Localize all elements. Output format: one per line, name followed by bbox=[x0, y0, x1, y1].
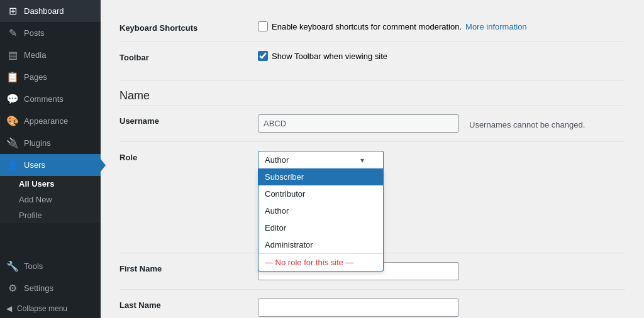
username-control: Usernames cannot be changed. bbox=[258, 114, 625, 133]
collapse-menu-button[interactable]: ◀ Collapse menu bbox=[0, 299, 101, 318]
toolbar-checkbox-label: Show Toolbar when viewing site bbox=[272, 52, 387, 61]
more-info-link[interactable]: More information bbox=[465, 22, 527, 31]
role-select-display[interactable]: Author ▾ bbox=[258, 151, 384, 168]
comments-icon: 💬 bbox=[6, 93, 19, 105]
last-name-row: Last Name bbox=[119, 289, 625, 318]
role-current-value: Author bbox=[265, 155, 289, 165]
users-icon: 👤 bbox=[6, 159, 19, 171]
sidebar-item-label: Dashboard bbox=[24, 6, 64, 16]
users-active-arrow bbox=[101, 159, 106, 172]
sidebar-item-label: Tools bbox=[24, 261, 43, 271]
dashboard-icon: ⊞ bbox=[6, 5, 19, 17]
name-section-heading: Name bbox=[119, 80, 625, 102]
sidebar-item-appearance[interactable]: 🎨 Appearance bbox=[0, 110, 101, 132]
users-submenu: All Users Add New Profile bbox=[0, 176, 101, 223]
sidebar-item-label: Media bbox=[24, 50, 46, 60]
keyboard-shortcuts-row: Keyboard Shortcuts Enable keyboard short… bbox=[119, 13, 625, 41]
chevron-down-icon: ▾ bbox=[360, 156, 364, 165]
keyboard-shortcuts-checkbox[interactable] bbox=[258, 21, 268, 31]
main-content: Keyboard Shortcuts Enable keyboard short… bbox=[101, 0, 644, 318]
last-name-label: Last Name bbox=[119, 299, 258, 310]
submenu-add-new[interactable]: Add New bbox=[0, 192, 101, 207]
sidebar: ⊞ Dashboard ✎ Posts ▤ Media 📋 Pages 💬 Co… bbox=[0, 0, 101, 318]
plugins-icon: 🔌 bbox=[6, 137, 19, 149]
sidebar-item-label: Appearance bbox=[24, 116, 68, 126]
sidebar-item-posts[interactable]: ✎ Posts bbox=[0, 22, 101, 44]
role-option-editor[interactable]: Editor bbox=[258, 219, 383, 236]
first-name-label: First Name bbox=[119, 262, 258, 273]
settings-icon: ⚙ bbox=[6, 282, 19, 294]
sidebar-item-pages[interactable]: 📋 Pages bbox=[0, 66, 101, 88]
collapse-icon: ◀ bbox=[6, 304, 12, 313]
sidebar-item-dashboard[interactable]: ⊞ Dashboard bbox=[0, 0, 101, 22]
role-option-author[interactable]: Author bbox=[258, 202, 383, 219]
sidebar-item-tools[interactable]: 🔧 Tools bbox=[0, 255, 101, 277]
sidebar-item-comments[interactable]: 💬 Comments bbox=[0, 88, 101, 110]
role-dropdown: Subscriber Contributor Author Editor Adm… bbox=[258, 168, 384, 271]
last-name-control bbox=[258, 299, 625, 317]
toolbar-control: Show Toolbar when viewing site bbox=[258, 51, 625, 61]
username-hint: Usernames cannot be changed. bbox=[469, 118, 585, 129]
role-label: Role bbox=[119, 151, 258, 162]
keyboard-shortcuts-checkbox-label: Enable keyboard shortcuts for comment mo… bbox=[272, 22, 462, 31]
keyboard-shortcuts-control: Enable keyboard shortcuts for comment mo… bbox=[258, 21, 625, 31]
sidebar-item-label: Plugins bbox=[24, 138, 51, 148]
role-option-administrator[interactable]: Administrator bbox=[258, 236, 383, 253]
username-input[interactable] bbox=[258, 114, 459, 133]
last-name-input[interactable] bbox=[258, 299, 459, 317]
submenu-profile[interactable]: Profile bbox=[0, 207, 101, 223]
toolbar-row: Toolbar Show Toolbar when viewing site bbox=[119, 41, 625, 71]
sidebar-item-label: Posts bbox=[24, 28, 45, 38]
tools-icon: 🔧 bbox=[6, 260, 19, 272]
keyboard-shortcuts-checkbox-row: Enable keyboard shortcuts for comment mo… bbox=[258, 21, 527, 31]
role-option-subscriber[interactable]: Subscriber bbox=[258, 168, 383, 185]
keyboard-shortcuts-label: Keyboard Shortcuts bbox=[119, 21, 258, 33]
collapse-label: Collapse menu bbox=[17, 304, 67, 313]
username-row: Username Usernames cannot be changed. bbox=[119, 105, 625, 141]
sidebar-item-label: Settings bbox=[24, 283, 53, 293]
appearance-icon: 🎨 bbox=[6, 115, 19, 127]
sidebar-item-plugins[interactable]: 🔌 Plugins bbox=[0, 132, 101, 154]
sidebar-item-media[interactable]: ▤ Media bbox=[0, 44, 101, 66]
posts-icon: ✎ bbox=[6, 27, 19, 39]
role-option-no-role[interactable]: — No role for this site — bbox=[258, 253, 383, 271]
settings-table: Keyboard Shortcuts Enable keyboard short… bbox=[119, 13, 625, 318]
role-row: Role Author ▾ Subscriber Contributor Aut… bbox=[119, 141, 625, 177]
role-option-contributor[interactable]: Contributor bbox=[258, 185, 383, 202]
sidebar-item-settings[interactable]: ⚙ Settings bbox=[0, 277, 101, 299]
toolbar-label: Toolbar bbox=[119, 51, 258, 62]
sidebar-item-users[interactable]: 👤 Users bbox=[0, 154, 101, 176]
sidebar-item-label: Comments bbox=[24, 94, 64, 104]
submenu-all-users[interactable]: All Users bbox=[0, 176, 101, 192]
role-control: Author ▾ Subscriber Contributor Author E… bbox=[258, 151, 625, 168]
sidebar-item-label: Pages bbox=[24, 72, 47, 82]
role-container: Author ▾ Subscriber Contributor Author E… bbox=[258, 151, 384, 168]
pages-icon: 📋 bbox=[6, 71, 19, 83]
sidebar-item-label: Users bbox=[24, 160, 45, 170]
username-label: Username bbox=[119, 114, 258, 126]
toolbar-checkbox[interactable] bbox=[258, 51, 268, 61]
media-icon: ▤ bbox=[6, 49, 19, 61]
name-section-heading-row: Name bbox=[119, 71, 625, 105]
toolbar-checkbox-row: Show Toolbar when viewing site bbox=[258, 51, 387, 61]
